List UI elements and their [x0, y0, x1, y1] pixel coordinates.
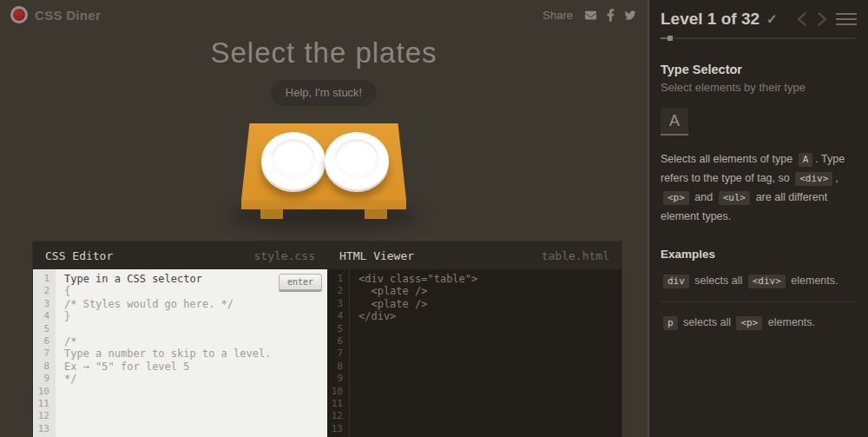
line-number: 6 — [327, 335, 349, 348]
level-instruction-title: Select the plates — [0, 36, 648, 70]
code-line[interactable] — [358, 335, 621, 348]
code-chip: <p> — [736, 316, 762, 330]
sidebar-header: Level 1 of 32 ✓ — [649, 0, 868, 29]
html-code-area[interactable]: <div class="table"> <plate /> <plate /><… — [350, 269, 621, 437]
game-table-scene — [241, 123, 406, 223]
code-chip: div — [663, 275, 689, 288]
css-diner-logo-icon — [10, 6, 28, 23]
css-editor-title: CSS Editor — [45, 249, 113, 262]
code-line[interactable]: <plate /> — [358, 298, 621, 310]
facebook-share-icon[interactable] — [607, 9, 615, 22]
code-line[interactable] — [64, 386, 327, 398]
text-segment: elements. — [788, 275, 838, 287]
line-number: 9 — [327, 373, 349, 385]
enter-button[interactable]: enter — [279, 274, 322, 290]
email-share-icon[interactable] — [583, 10, 598, 21]
progress-marker — [667, 36, 673, 41]
code-line[interactable] — [358, 398, 621, 410]
code-chip: p — [663, 316, 678, 330]
code-chip: <div> — [748, 275, 786, 288]
code-line[interactable] — [64, 323, 327, 335]
lesson-description: Selects all elements of type A. Type ref… — [661, 150, 857, 227]
code-line[interactable] — [358, 410, 621, 422]
line-number: 4 — [327, 310, 349, 322]
twitter-share-icon[interactable] — [623, 10, 637, 21]
css-editor-body[interactable]: 1234567891011121314 Type in a CSS select… — [33, 269, 327, 437]
level-nav — [796, 11, 857, 27]
line-number: 2 — [327, 285, 349, 297]
line-number: 5 — [327, 323, 349, 335]
code-line[interactable] — [64, 410, 327, 422]
line-number: 3 — [327, 298, 349, 310]
line-number: 7 — [33, 348, 56, 360]
text-segment: elements. — [765, 316, 815, 328]
text-segment: , — [835, 172, 838, 184]
code-line[interactable] — [358, 361, 621, 373]
html-viewer-body: 1234567891011121314 <div class="table"> … — [327, 269, 621, 437]
code-line[interactable]: </div> — [358, 310, 621, 322]
table-leg — [365, 209, 387, 219]
lesson-title: Type Selector — [661, 63, 857, 76]
plate[interactable] — [325, 132, 389, 189]
plate-rim — [272, 139, 315, 177]
line-number: 6 — [33, 335, 56, 348]
top-bar: CSS Diner Share — [0, 0, 648, 30]
line-number: 7 — [327, 348, 349, 360]
example-row: div selects all <div> elements. — [661, 272, 857, 291]
example-divider — [661, 301, 857, 302]
line-number: 2 — [33, 285, 56, 297]
share-section: Share — [542, 9, 637, 22]
next-level-icon[interactable] — [816, 11, 828, 27]
html-viewer-header: HTML Viewer table.html — [327, 242, 621, 269]
example-row: p selects all <p> elements. — [661, 314, 857, 333]
css-line-numbers: 1234567891011121314 — [33, 269, 56, 437]
code-line[interactable]: } — [64, 310, 327, 322]
level-label: Level 1 of 32 — [661, 10, 760, 29]
code-chip: <ul> — [719, 191, 751, 205]
table-leg — [260, 209, 283, 219]
code-chip: <p> — [663, 191, 689, 205]
app-title: CSS Diner — [35, 8, 101, 23]
code-line[interactable]: <div class="table"> — [358, 273, 621, 285]
previous-level-icon[interactable] — [796, 11, 808, 27]
code-line[interactable]: Type a number to skip to a level. — [64, 348, 327, 360]
code-chip: A — [799, 153, 813, 167]
code-line[interactable] — [358, 386, 621, 398]
code-line[interactable]: /* — [64, 335, 327, 348]
line-number: 10 — [327, 386, 349, 398]
code-line[interactable] — [64, 398, 327, 410]
lesson-content: Type Selector Select elements by their t… — [649, 39, 868, 345]
line-number: 9 — [33, 373, 56, 385]
code-line[interactable] — [358, 373, 621, 385]
table-front-edge — [241, 200, 406, 209]
html-viewer-title: HTML Viewer — [339, 249, 414, 262]
code-line[interactable]: /* Styles would go here. */ — [64, 298, 327, 310]
code-line[interactable]: */ — [64, 373, 327, 385]
code-line[interactable]: <plate /> — [358, 285, 621, 297]
code-line[interactable] — [64, 423, 327, 435]
code-chip: <div> — [795, 172, 832, 186]
text-segment: Selects all elements of type — [661, 153, 796, 165]
html-viewer-filename: table.html — [542, 249, 609, 262]
line-number: 13 — [33, 423, 56, 435]
code-line[interactable] — [358, 348, 621, 360]
line-number: 12 — [33, 410, 56, 422]
code-line[interactable]: Ex → "5" for level 5 — [64, 361, 327, 373]
selector-symbol: A — [661, 108, 688, 136]
css-editor-panel: CSS Editor style.css 1234567891011121314… — [33, 242, 327, 437]
line-number: 8 — [327, 361, 349, 373]
css-editor-header: CSS Editor style.css — [33, 242, 327, 269]
line-number: 3 — [33, 298, 56, 310]
menu-icon[interactable] — [836, 11, 857, 27]
css-code-area[interactable]: Type in a CSS selector{/* Styles would g… — [56, 269, 327, 437]
code-line[interactable] — [358, 423, 621, 435]
text-segment: and — [692, 191, 716, 203]
code-line[interactable] — [358, 323, 621, 335]
css-editor-filename: style.css — [254, 249, 315, 262]
plate[interactable] — [261, 132, 326, 189]
level-progress-bar — [661, 37, 857, 39]
help-button[interactable]: Help, I'm stuck! — [271, 80, 377, 106]
lesson-subtitle: Select elements by their type — [661, 81, 857, 94]
html-line-numbers: 1234567891011121314 — [327, 269, 350, 437]
line-number: 5 — [33, 323, 56, 335]
